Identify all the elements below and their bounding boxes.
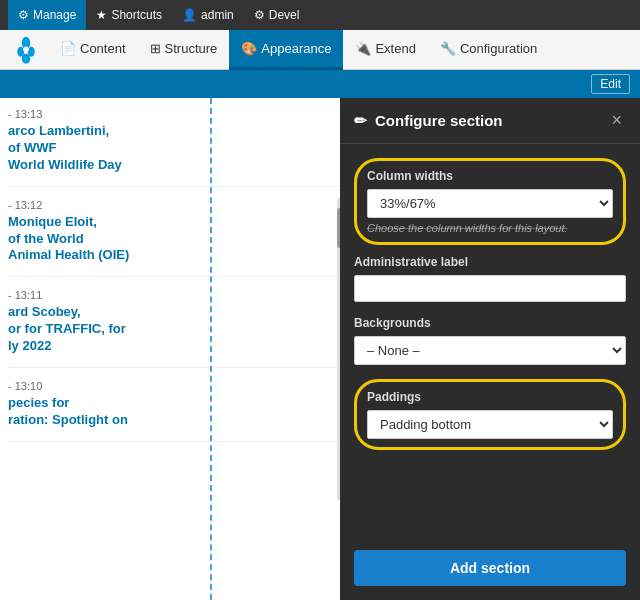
admin-toolbar: ⚙ Manage ★ Shortcuts 👤 admin ⚙ Devel xyxy=(0,0,640,30)
admin-label-input[interactable] xyxy=(354,275,626,302)
nav-structure[interactable]: ⊞ Structure xyxy=(138,30,230,70)
paddings-section: Paddings Padding bottom Padding top Padd… xyxy=(354,379,626,450)
list-item: - 13:13 arco Lambertini,of WWFWorld Wild… xyxy=(8,108,341,187)
toolbar-devel[interactable]: ⚙ Devel xyxy=(244,0,310,30)
config-panel-header: ✏ Configure section × xyxy=(340,98,640,144)
item-time: - 13:12 xyxy=(8,199,341,211)
toolbar-manage[interactable]: ⚙ Manage xyxy=(8,0,86,30)
structure-icon: ⊞ xyxy=(150,41,161,56)
column-widths-section: Column widths 33%/67% 50%/50% 67%/33% 25… xyxy=(354,158,626,245)
config-title-text: Configure section xyxy=(375,112,503,129)
toolbar-devel-label: Devel xyxy=(269,8,300,22)
nav-content-label: Content xyxy=(80,41,126,56)
nav-appearance-label: Appearance xyxy=(261,41,331,56)
toolbar-manage-label: Manage xyxy=(33,8,76,22)
main-area: - 13:13 arco Lambertini,of WWFWorld Wild… xyxy=(0,98,640,600)
cog-icon: ⚙ xyxy=(254,8,265,22)
backgrounds-group: Backgrounds – None – Light Dark Primary xyxy=(354,316,626,365)
file-icon: 📄 xyxy=(60,41,76,56)
appearance-icon: 🎨 xyxy=(241,41,257,56)
item-time: - 13:10 xyxy=(8,380,341,392)
item-title[interactable]: ard Scobey,or for TRAFFIC, forly 2022 xyxy=(8,304,341,355)
nav-content[interactable]: 📄 Content xyxy=(48,30,138,70)
nav-configuration-label: Configuration xyxy=(460,41,537,56)
item-time: - 13:11 xyxy=(8,289,341,301)
edit-button[interactable]: Edit xyxy=(591,74,630,94)
nav-bar: 📄 Content ⊞ Structure 🎨 Appearance 🔌 Ext… xyxy=(0,30,640,70)
nav-configuration[interactable]: 🔧 Configuration xyxy=(428,30,549,70)
column-widths-hint: Choose the column widths for this layout… xyxy=(367,222,613,234)
config-panel-title: ✏ Configure section xyxy=(354,112,503,130)
item-title[interactable]: Monique Eloit,of the WorldAnimal Health … xyxy=(8,214,341,265)
nav-structure-label: Structure xyxy=(165,41,218,56)
item-title[interactable]: arco Lambertini,of WWFWorld Wildlife Day xyxy=(8,123,341,174)
nav-extend-label: Extend xyxy=(375,41,415,56)
svg-point-4 xyxy=(23,46,29,52)
star-icon: ★ xyxy=(96,8,107,22)
list-item: - 13:11 ard Scobey,or for TRAFFIC, forly… xyxy=(8,289,341,368)
content-panel: - 13:13 arco Lambertini,of WWFWorld Wild… xyxy=(0,98,350,600)
nav-appearance[interactable]: 🎨 Appearance xyxy=(229,30,343,70)
admin-label-group: Administrative label xyxy=(354,255,626,302)
toolbar-admin[interactable]: 👤 admin xyxy=(172,0,244,30)
backgrounds-select[interactable]: – None – Light Dark Primary xyxy=(354,336,626,365)
column-widths-label: Column widths xyxy=(367,169,613,183)
admin-label-field-label: Administrative label xyxy=(354,255,626,269)
extend-icon: 🔌 xyxy=(355,41,371,56)
config-panel-body: Column widths 33%/67% 50%/50% 67%/33% 25… xyxy=(340,144,640,536)
pencil-icon: ✏ xyxy=(354,112,367,130)
add-section-button[interactable]: Add section xyxy=(354,550,626,586)
toolbar-shortcuts-label: Shortcuts xyxy=(111,8,162,22)
column-guide xyxy=(210,98,212,600)
edit-bar: Edit xyxy=(0,70,640,98)
padding-select[interactable]: Padding bottom Padding top Padding all N… xyxy=(367,410,613,439)
user-icon: 👤 xyxy=(182,8,197,22)
site-logo[interactable] xyxy=(8,32,44,68)
paddings-label: Paddings xyxy=(367,390,613,404)
toolbar-shortcuts[interactable]: ★ Shortcuts xyxy=(86,0,172,30)
config-panel: ✏ Configure section × Column widths 33%/… xyxy=(340,98,640,600)
nav-extend[interactable]: 🔌 Extend xyxy=(343,30,427,70)
column-widths-select[interactable]: 33%/67% 50%/50% 67%/33% 25%/75% 75%/25% xyxy=(367,189,613,218)
config-icon: 🔧 xyxy=(440,41,456,56)
backgrounds-field-label: Backgrounds xyxy=(354,316,626,330)
list-item: - 13:12 Monique Eloit,of the WorldAnimal… xyxy=(8,199,341,278)
item-title[interactable]: pecies forration: Spotlight on xyxy=(8,395,341,429)
grid-icon: ⚙ xyxy=(18,8,29,22)
config-close-button[interactable]: × xyxy=(607,110,626,131)
toolbar-admin-label: admin xyxy=(201,8,234,22)
item-time: - 13:13 xyxy=(8,108,341,120)
list-item: - 13:10 pecies forration: Spotlight on xyxy=(8,380,341,442)
svg-point-3 xyxy=(22,53,30,63)
